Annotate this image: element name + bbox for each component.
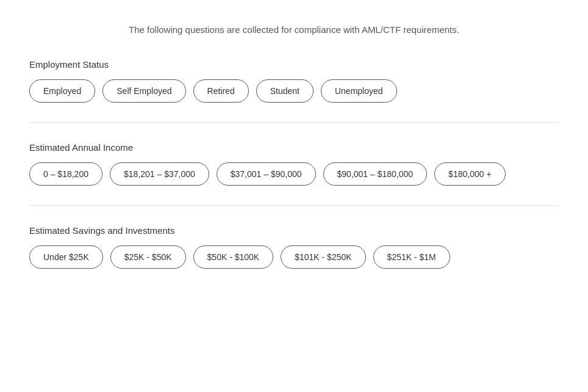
savings-option-2[interactable]: $50K - $100K — [193, 245, 274, 269]
savings-label: Estimated Savings and Investments — [29, 225, 559, 236]
savings-option-3[interactable]: $101K - $250K — [281, 245, 365, 269]
annual-income-option-4[interactable]: $180,000 + — [434, 162, 505, 186]
employment-option-4[interactable]: Unemployed — [321, 79, 397, 103]
employment-option-0[interactable]: Employed — [29, 79, 95, 103]
savings-option-1[interactable]: $25K - $50K — [110, 245, 186, 269]
employment-option-1[interactable]: Self Employed — [102, 79, 185, 103]
annual-income-option-2[interactable]: $37,001 – $90,000 — [217, 162, 316, 186]
employment-label: Employment Status — [29, 59, 559, 70]
annual-income-option-1[interactable]: $18,201 – $37,000 — [110, 162, 209, 186]
employment-option-3[interactable]: Student — [256, 79, 314, 103]
annual-income-option-0[interactable]: 0 – $18,200 — [29, 162, 102, 186]
annual-income-section: Estimated Annual Income 0 – $18,200$18,2… — [29, 142, 559, 186]
annual-income-pill-group: 0 – $18,200$18,201 – $37,000$37,001 – $9… — [29, 162, 559, 186]
annual-income-option-3[interactable]: $90,001 – $180,000 — [323, 162, 428, 186]
employment-option-2[interactable]: Retired — [193, 79, 249, 103]
savings-section: Estimated Savings and Investments Under … — [29, 225, 559, 269]
savings-option-0[interactable]: Under $25K — [29, 245, 103, 269]
annual-income-label: Estimated Annual Income — [29, 142, 559, 153]
divider-1 — [29, 122, 559, 123]
employment-section: Employment Status EmployedSelf EmployedR… — [29, 59, 559, 103]
savings-pill-group: Under $25K$25K - $50K$50K - $100K$101K -… — [29, 245, 559, 269]
savings-option-4[interactable]: $251K - $1M — [373, 245, 450, 269]
employment-pill-group: EmployedSelf EmployedRetiredStudentUnemp… — [29, 79, 559, 103]
intro-text: The following questions are collected fo… — [29, 24, 559, 35]
divider-2 — [29, 205, 559, 206]
